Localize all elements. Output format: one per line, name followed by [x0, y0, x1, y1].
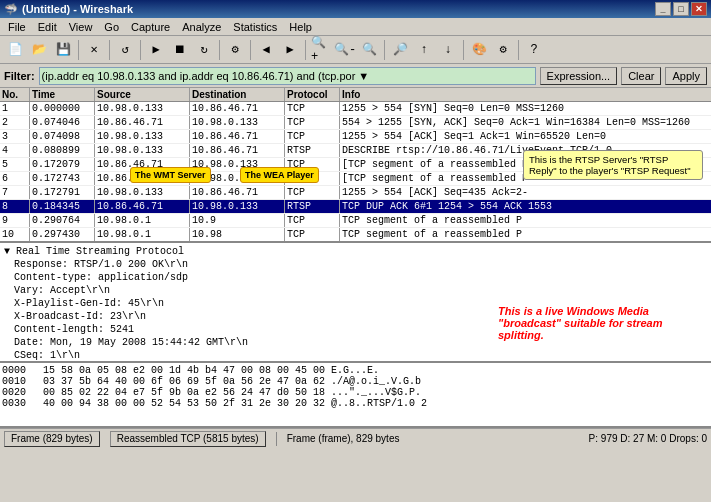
restart-capture-button[interactable]: ↻ — [193, 39, 215, 61]
menu-capture[interactable]: Capture — [125, 20, 176, 34]
find-next-button[interactable]: ↓ — [437, 39, 459, 61]
detail-row: X-Playlist-Gen-Id: 45\r\n — [2, 297, 709, 310]
menu-go[interactable]: Go — [98, 20, 125, 34]
options-button[interactable]: ⚙ — [224, 39, 246, 61]
detail-row: ▼ Real Time Streaming Protocol — [2, 245, 709, 258]
save-button[interactable]: 💾 — [52, 39, 74, 61]
zoom-reset-button[interactable]: 🔍 — [358, 39, 380, 61]
table-row[interactable]: 3 0.074098 10.98.0.133 10.86.46.71 TCP 1… — [0, 130, 711, 144]
col-header-source: Source — [95, 88, 190, 101]
frame-tab[interactable]: Frame (829 bytes) — [4, 431, 100, 447]
new-button[interactable]: 📄 — [4, 39, 26, 61]
start-capture-button[interactable]: ▶ — [145, 39, 167, 61]
filter-label: Filter: — [4, 70, 35, 82]
app-icon: 🦈 — [4, 3, 18, 16]
clear-button[interactable]: Clear — [621, 67, 661, 85]
col-header-protocol: Protocol — [285, 88, 340, 101]
detail-row: Vary: Accept\r\n — [2, 284, 709, 297]
hex-row: 001003 37 5b 64 40 00 6f 06 69 5f 0a 56 … — [2, 376, 709, 387]
table-row[interactable]: 8 0.184345 10.86.46.71 10.98.0.133 RTSP … — [0, 200, 711, 214]
find-button[interactable]: 🔎 — [389, 39, 411, 61]
detail-row: Response: RTSP/1.0 200 OK\r\n — [2, 258, 709, 271]
stop-capture-button[interactable]: ⏹ — [169, 39, 191, 61]
menu-bar: File Edit View Go Capture Analyze Statis… — [0, 18, 711, 36]
find-prev-button[interactable]: ↑ — [413, 39, 435, 61]
title-bar: 🦈 (Untitled) - Wireshark _ □ ✕ — [0, 0, 711, 18]
maximize-button[interactable]: □ — [673, 2, 689, 16]
close-capture-button[interactable]: ✕ — [83, 39, 105, 61]
reassembled-tab[interactable]: Reassembled TCP (5815 bytes) — [110, 431, 266, 447]
detail-row: Date: Mon, 19 May 2008 15:44:42 GMT\r\n — [2, 336, 709, 349]
col-header-no: No. — [0, 88, 30, 101]
preferences-button[interactable]: ⚙ — [492, 39, 514, 61]
status-bar: Frame (829 bytes) Reassembled TCP (5815 … — [0, 428, 711, 448]
detail-row: Content-type: application/sdp — [2, 271, 709, 284]
col-header-destination: Destination — [190, 88, 285, 101]
table-row[interactable]: 9 0.290764 10.98.0.1 10.9 TCP TCP segmen… — [0, 214, 711, 228]
table-row[interactable]: 2 0.074046 10.86.46.71 10.98.0.133 TCP 5… — [0, 116, 711, 130]
hex-row: 002000 85 02 22 04 e7 5f 9b 0a e2 56 24 … — [2, 387, 709, 398]
help-toolbar-button[interactable]: ? — [523, 39, 545, 61]
reload-button[interactable]: ↺ — [114, 39, 136, 61]
apply-button[interactable]: Apply — [665, 67, 707, 85]
table-row[interactable]: 6 0.172743 10.86.46.71 10.98.0.133 TCP [… — [0, 172, 711, 186]
hex-panel[interactable]: 000015 58 0a 05 08 e2 00 1d 4b b4 47 00 … — [0, 363, 711, 428]
toolbar: 📄 📂 💾 ✕ ↺ ▶ ⏹ ↻ ⚙ ◀ ▶ 🔍+ 🔍- 🔍 🔎 ↑ ↓ 🎨 ⚙ … — [0, 36, 711, 64]
filter-input[interactable] — [39, 67, 536, 85]
table-row[interactable]: 4 0.080899 10.98.0.133 10.86.46.71 RTSP … — [0, 144, 711, 158]
menu-analyze[interactable]: Analyze — [176, 20, 227, 34]
menu-file[interactable]: File — [2, 20, 32, 34]
close-button[interactable]: ✕ — [691, 2, 707, 16]
detail-row: CSeq: 1\r\n — [2, 349, 709, 362]
col-header-info: Info — [340, 88, 711, 101]
col-header-time: Time — [30, 88, 95, 101]
table-row[interactable]: 10 0.297430 10.98.0.1 10.98 TCP TCP segm… — [0, 228, 711, 242]
detail-row: Content-length: 5241 — [2, 323, 709, 336]
detail-panel[interactable]: ▼ Real Time Streaming Protocol Response:… — [0, 243, 711, 363]
hex-row: 000015 58 0a 05 08 e2 00 1d 4b b4 47 00 … — [2, 365, 709, 376]
menu-view[interactable]: View — [63, 20, 99, 34]
expression-button[interactable]: Expression... — [540, 67, 618, 85]
hex-row: 003040 00 94 38 00 00 52 54 53 50 2f 31 … — [2, 398, 709, 409]
window-title: (Untitled) - Wireshark — [22, 3, 133, 15]
packet-list[interactable]: No. Time Source Destination Protocol Inf… — [0, 88, 711, 243]
table-row[interactable]: 7 0.172791 10.98.0.133 10.86.46.71 TCP 1… — [0, 186, 711, 200]
menu-statistics[interactable]: Statistics — [227, 20, 283, 34]
packet-list-header: No. Time Source Destination Protocol Inf… — [0, 88, 711, 102]
open-button[interactable]: 📂 — [28, 39, 50, 61]
menu-help[interactable]: Help — [283, 20, 318, 34]
minimize-button[interactable]: _ — [655, 2, 671, 16]
forward-button[interactable]: ▶ — [279, 39, 301, 61]
status-right: P: 979 D: 27 M: 0 Drops: 0 — [589, 433, 707, 444]
filter-bar: Filter: Expression... Clear Apply — [0, 64, 711, 88]
zoom-out-button[interactable]: 🔍- — [334, 39, 356, 61]
table-row[interactable]: 5 0.172079 10.86.46.71 10.98.0.133 TCP [… — [0, 158, 711, 172]
zoom-in-button[interactable]: 🔍+ — [310, 39, 332, 61]
detail-row: X-Broadcast-Id: 23\r\n — [2, 310, 709, 323]
table-row[interactable]: 11 0.297479 10.98.0.13 10.86 TCP 1255 > … — [0, 242, 711, 243]
menu-edit[interactable]: Edit — [32, 20, 63, 34]
table-row[interactable]: 1 0.000000 10.98.0.133 10.86.46.71 TCP 1… — [0, 102, 711, 116]
colorize-button[interactable]: 🎨 — [468, 39, 490, 61]
back-button[interactable]: ◀ — [255, 39, 277, 61]
status-frame-info: Frame (frame), 829 bytes — [287, 433, 400, 444]
